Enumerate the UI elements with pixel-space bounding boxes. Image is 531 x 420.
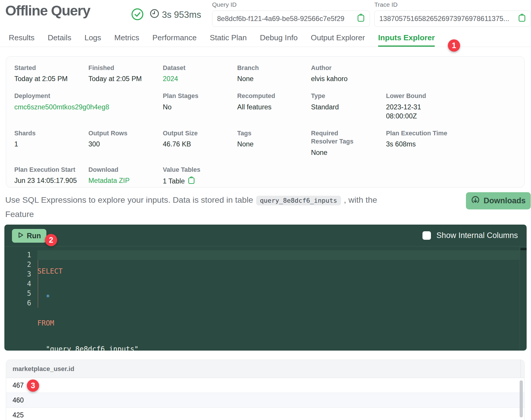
trace-id-label: Trace ID — [374, 1, 531, 8]
field-tags: Tags None — [237, 129, 311, 149]
column-header[interactable]: marketplace_user.id — [13, 365, 74, 373]
deployment-link[interactable]: cmc6szne500mtkos29g0h4eg8 — [14, 103, 163, 112]
field-plan-execution-start: Plan Execution Start Jun 23 14:05:17.905 — [14, 166, 88, 185]
table-row[interactable]: 425 — [6, 408, 524, 420]
table-row[interactable]: 467 — [6, 378, 524, 393]
field-required-resolver-tags: Required Resolver Tags None — [311, 129, 386, 157]
line-number: 2 — [4, 260, 31, 270]
query-metadata-panel: Started Today at 2:05 PM Finished Today … — [6, 56, 525, 188]
downloads-button-label: Downloads — [483, 196, 525, 205]
trace-id-group: Trace ID 1387057516582652697397697861137… — [374, 1, 531, 27]
show-internal-columns-label: Show Internal Columns — [436, 231, 518, 240]
table-scrollbar-thumb[interactable] — [520, 380, 523, 417]
field-author: Author elvis kahoro — [311, 64, 386, 83]
field-output-size: Output Size 46.76 KB — [163, 129, 237, 149]
trace-id-value: 13870575165826526973976978611375... — [379, 15, 509, 23]
trace-id-field[interactable]: 13870575165826526973976978611375... — [374, 10, 531, 27]
table-row[interactable]: 460 — [6, 393, 524, 408]
field-value-tables: Value Tables 1 Table — [163, 166, 237, 187]
tab-debug-info[interactable]: Debug Info — [260, 29, 298, 47]
table-name-chip: query_8e8dcf6_inputs — [256, 196, 341, 205]
inputs-results-table: marketplace_user.id 467 460 425 — [6, 360, 525, 420]
field-plan-stages: Plan Stages No — [163, 92, 237, 111]
query-duration: 3s 953ms — [150, 9, 201, 21]
editor-scrollbar-thumb[interactable] — [520, 248, 527, 250]
cell-value: 460 — [13, 396, 24, 404]
copy-icon[interactable] — [518, 13, 526, 24]
editor-scrollbar-track — [520, 246, 520, 351]
line-number: 6 — [4, 298, 31, 308]
table-header-row: marketplace_user.id — [6, 360, 524, 378]
show-internal-columns-checkbox[interactable] — [422, 231, 431, 240]
field-recomputed: Recomputed All features — [237, 92, 311, 111]
field-dataset: Dataset 2024 — [163, 64, 237, 83]
cell-value: 467 — [13, 382, 24, 389]
tab-inputs-explorer[interactable]: Inputs Explorer — [378, 29, 435, 47]
downloads-button[interactable]: Downloads — [466, 192, 531, 209]
code-line: FROM — [37, 318, 139, 328]
tab-metrics[interactable]: Metrics — [114, 29, 139, 47]
code-line: "query_8e8dcf6_inputs" — [37, 344, 139, 351]
line-number: 3 — [4, 270, 31, 279]
field-started: Started Today at 2:05 PM — [14, 64, 88, 83]
column-divider — [520, 360, 521, 378]
code-line: * — [37, 293, 139, 302]
field-shards: Shards 1 — [14, 129, 88, 149]
annotation-step-1-badge: 1 — [448, 39, 460, 52]
line-number-gutter: 1 2 3 4 5 6 — [4, 250, 31, 308]
annotation-step-3-badge: 3 — [27, 379, 39, 392]
copy-icon[interactable] — [188, 176, 195, 187]
metadata-zip-link[interactable]: Metadata ZIP — [88, 176, 163, 185]
code-area[interactable]: 1 2 3 4 5 6 SELECT * FROM "query_8e8dcf6… — [4, 246, 527, 350]
line-number: 1 — [4, 250, 31, 260]
editor-toolbar: Run Show Internal Columns — [4, 225, 527, 246]
code-lines: SELECT * FROM "query_8e8dcf6_inputs" LIM… — [37, 250, 139, 351]
tab-static-plan[interactable]: Static Plan — [210, 29, 247, 47]
line-number: 5 — [4, 289, 31, 298]
value-tables-text: 1 Table — [163, 177, 185, 186]
tab-performance[interactable]: Performance — [152, 29, 197, 47]
download-icon — [471, 195, 480, 206]
show-internal-columns-toggle: Show Internal Columns — [422, 225, 518, 246]
dataset-link[interactable]: 2024 — [163, 74, 237, 83]
run-button[interactable]: Run — [12, 229, 46, 243]
field-branch: Branch None — [237, 64, 311, 83]
field-output-rows: Output Rows 300 — [88, 129, 163, 149]
query-id-group: Query ID 8e8dcf6b-f121-4a69-be58-92566c7… — [212, 1, 370, 27]
line-number: 4 — [4, 279, 31, 289]
tab-results[interactable]: Results — [9, 29, 34, 47]
code-line: SELECT — [37, 267, 139, 276]
query-id-label: Query ID — [212, 1, 370, 8]
field-deployment: Deployment cmc6szne500mtkos29g0h4eg8 — [14, 92, 163, 111]
tab-logs[interactable]: Logs — [84, 29, 101, 47]
clock-icon — [150, 9, 159, 21]
query-id-value: 8e8dcf6b-f121-4a69-be58-92566c7e5f29 — [217, 15, 344, 23]
cell-value: 425 — [13, 411, 24, 419]
tab-details[interactable]: Details — [48, 29, 71, 47]
query-id-field[interactable]: 8e8dcf6b-f121-4a69-be58-92566c7e5f29 — [212, 10, 370, 27]
field-lower-bound: Lower Bound 2023-12-31 08:00:00Z — [386, 92, 524, 120]
field-finished: Finished Today at 2:05 PM — [88, 64, 163, 83]
field-download: Download Metadata ZIP — [88, 166, 163, 185]
field-type: Type Standard — [311, 92, 386, 111]
play-icon — [18, 232, 24, 240]
run-button-label: Run — [27, 232, 41, 240]
check-circle-icon — [131, 8, 144, 22]
annotation-step-2-badge: 2 — [45, 234, 57, 246]
copy-icon[interactable] — [357, 13, 365, 24]
sql-editor: Run Show Internal Columns 1 2 3 4 5 6 SE… — [4, 225, 527, 351]
field-plan-execution-time: Plan Execution Time 3s 608ms — [386, 129, 524, 149]
tab-output-explorer[interactable]: Output Explorer — [311, 29, 365, 47]
duration-text: 3s 953ms — [162, 10, 201, 20]
page-title: Offline Query — [5, 2, 90, 19]
description-text: Use SQL Expressions to explore your inpu… — [5, 195, 253, 204]
